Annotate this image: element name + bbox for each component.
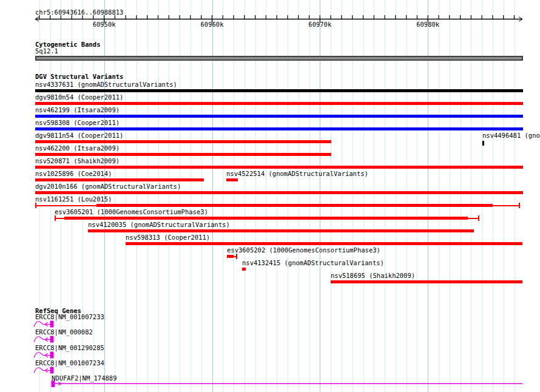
gene-glyph-shape	[50, 336, 53, 342]
ruler-tick-label: 60980k	[416, 21, 439, 28]
gene-glyph-shape	[50, 321, 53, 327]
variant-bar[interactable]	[227, 255, 234, 258]
cytoband-bar[interactable]	[35, 56, 523, 61]
gene-glyph-shape	[34, 322, 45, 327]
gene-glyph-shape	[34, 353, 45, 358]
variant-bar[interactable]	[226, 178, 238, 181]
variant-bar[interactable]	[35, 191, 523, 194]
gene-glyph-shape	[34, 368, 45, 373]
variant-bar[interactable]	[64, 217, 468, 220]
variant-label[interactable]: nsv520871 (Shaikh2009)	[35, 158, 120, 164]
variant-label[interactable]: dgv9810n54 (Cooper2011)	[35, 94, 123, 101]
variant-bar[interactable]	[331, 280, 522, 283]
gene-glyph-shape	[50, 367, 53, 373]
ruler-tick-label: 60950k	[93, 21, 116, 28]
variant-label[interactable]: nsv4337631 (gnomADStructuralVariants)	[35, 81, 177, 88]
variant-bar[interactable]	[35, 178, 204, 181]
ruler-tick-label: 60970k	[308, 21, 331, 28]
variant-label[interactable]: nsv4120035 (gnomADStructuralVariants)	[88, 221, 230, 228]
variant-label[interactable]: nsv598313 (Cooper2011)	[126, 234, 210, 241]
variant-bar[interactable]	[35, 127, 523, 130]
gene-glyph-shape	[34, 337, 45, 342]
variant-label[interactable]: nsv598308 (Cooper2011)	[35, 120, 120, 126]
variant-bar[interactable]	[35, 89, 523, 92]
variant-label[interactable]: nsv1161251 (Lou2015)	[35, 196, 112, 203]
variant-bar[interactable]	[242, 268, 246, 271]
variant-label[interactable]: nsv462199 (Itsara2009)	[35, 107, 120, 113]
variant-label[interactable]: esv3605202 (1000GenomesConsortiumPhase3)	[227, 247, 380, 254]
gene-glyph[interactable]	[51, 380, 524, 388]
content-layer: chr5:60943616..60988813 60950k60960k6097…	[0, 0, 540, 392]
variant-label[interactable]: nsv1025896 (Coe2014)	[35, 171, 112, 177]
variant-label[interactable]: nsv518695 (Shaikh2009)	[331, 272, 415, 279]
variant-label[interactable]: nsv462200 (Itsara2009)	[35, 145, 120, 152]
variant-label[interactable]: dgv2010n166 (gnomADStructuralVariants)	[35, 183, 181, 190]
variant-bar[interactable]	[35, 140, 331, 143]
variant-range-cap-right[interactable]	[478, 215, 479, 221]
variant-bar[interactable]	[35, 166, 523, 169]
variant-range-cap-left[interactable]	[55, 215, 56, 221]
variant-point[interactable]	[482, 141, 484, 146]
variant-label[interactable]: nsv4132415 (gnomADStructuralVariants)	[242, 260, 384, 266]
variant-label[interactable]: nsv4496481 (gnom	[482, 132, 540, 139]
variant-bar[interactable]	[35, 153, 331, 156]
ruler-tick-label: 60960k	[201, 21, 224, 28]
genome-browser-panel: chr5:60943616..60988813 60950k60960k6097…	[0, 0, 540, 392]
cytoband-label: 5q12.1	[35, 48, 58, 55]
section-heading-dgv-structural-variants: DGV Structural Variants	[35, 73, 123, 80]
gene-glyph[interactable]	[33, 333, 57, 345]
variant-bar[interactable]	[35, 102, 523, 105]
gene-glyph-shape	[50, 352, 53, 358]
variant-bar[interactable]	[96, 204, 493, 207]
variant-range-cap-right[interactable]	[236, 254, 237, 259]
variant-bar[interactable]	[126, 242, 522, 245]
variant-range-cap-left[interactable]	[35, 203, 36, 208]
gene-glyph-shape	[52, 381, 55, 387]
variant-bar[interactable]	[35, 115, 523, 118]
variant-label[interactable]: dgv9811n54 (Cooper2011)	[35, 132, 123, 139]
ruler	[0, 0, 540, 30]
variant-label[interactable]: esv3605201 (1000GenomesConsortiumPhase3)	[55, 209, 208, 215]
variant-label[interactable]: nsv4522514 (gnomADStructuralVariants)	[226, 171, 368, 177]
variant-bar[interactable]	[88, 229, 474, 232]
variant-range-cap-right[interactable]	[519, 203, 520, 208]
